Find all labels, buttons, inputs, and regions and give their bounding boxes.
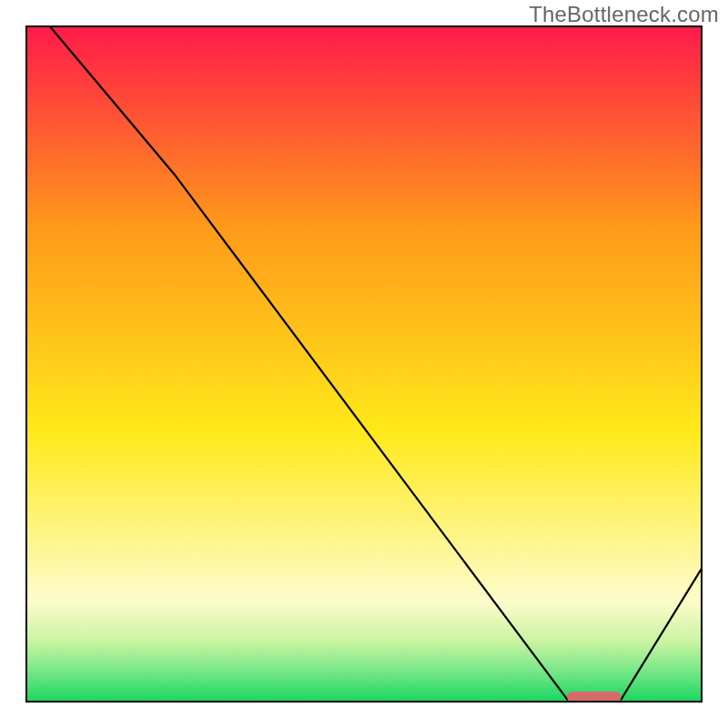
bottleneck-curve <box>25 25 703 699</box>
chart-canvas: TheBottleneck.com <box>0 0 728 728</box>
watermark-text: TheBottleneck.com <box>529 2 719 27</box>
optimal-range-marker <box>567 692 622 703</box>
plot-area <box>25 25 703 703</box>
curve-layer <box>25 25 703 703</box>
